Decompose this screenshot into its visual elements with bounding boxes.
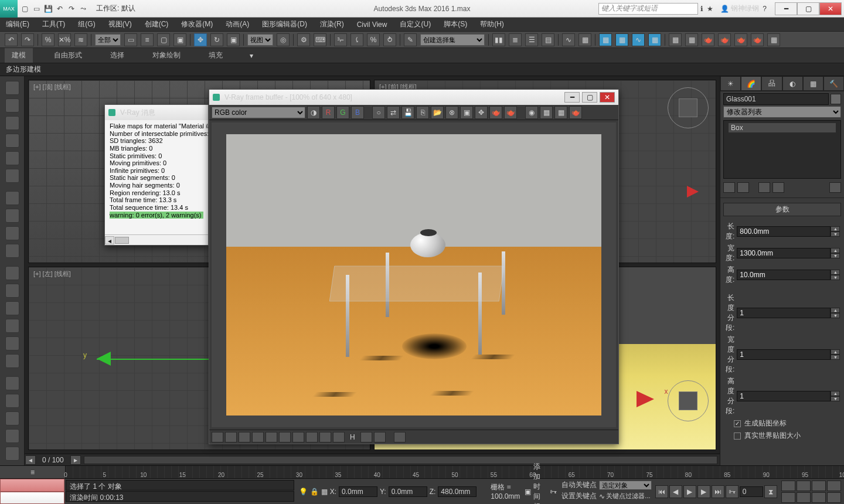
vray-messages-window[interactable]: V-Ray 消息 Flake maps for material "Materi… [104,104,209,246]
vfb-save-all-button[interactable]: ⎘ [416,106,429,119]
hierarchy-tab-icon[interactable]: 品 [761,76,782,91]
setkey-button[interactable]: 设置关键点 [561,491,598,501]
layers-button[interactable]: ☰ [525,33,538,46]
spinner-down[interactable]: ▼ [831,231,840,237]
cone-primitive-icon[interactable] [5,319,19,333]
z-input[interactable] [438,486,477,497]
manipulate-button[interactable]: ⚙ [297,33,310,46]
snap-3-button[interactable]: ³⌐ [334,33,347,46]
vfb-mono-button[interactable]: ○ [372,106,385,119]
subribbon-label[interactable]: 多边形建模 [6,64,41,74]
undo-button[interactable]: ↶ [5,33,18,46]
play-button[interactable]: ▶ [683,485,696,498]
edit-named-sel-button[interactable]: ✎ [404,33,417,46]
render-setup-button[interactable]: ▦ [669,33,682,46]
schematic-view-button[interactable]: ▦ [578,33,591,46]
vfb-channel-select[interactable]: RGB color [212,107,305,118]
camera-icon[interactable] [5,191,19,205]
vfb-sb9[interactable] [319,432,331,442]
render-iter-icon[interactable]: 🫖 [718,33,731,46]
vfb-save-button[interactable]: 💾 [401,106,414,119]
vfb-sb4[interactable] [252,432,264,442]
hsegs-input[interactable] [737,391,831,401]
gen-mapping-checkbox[interactable] [734,420,741,427]
vfb-lens-button[interactable]: ◉ [525,106,538,119]
rock-icon[interactable] [5,394,19,408]
vfb-clear-button[interactable]: ⊗ [445,106,458,119]
menu-view[interactable]: 视图(V) [108,19,132,29]
notepad-icon[interactable] [5,98,19,113]
vfb-load-button[interactable]: 📂 [431,106,444,119]
mat-explorer-button[interactable]: ▦ [615,33,628,46]
redo-icon[interactable]: ↷ [67,4,76,13]
track-ruler[interactable]: 0510152025303540455055606570758085909510… [66,466,844,478]
state-sets-button[interactable]: ▦ [648,33,661,46]
params-rollout-header[interactable]: 参数 [723,203,841,216]
zoom-extents-button[interactable] [812,481,826,491]
maxscript-mini-listener[interactable] [0,479,64,492]
modifier-stack[interactable]: Box [723,120,841,179]
vfb-sb8[interactable] [306,432,318,442]
user-label[interactable]: 👤钢神绿钢 [720,4,759,13]
grid-icon[interactable] [5,169,19,183]
select-object-button[interactable]: ▭ [124,33,137,46]
undo-icon[interactable]: ↶ [55,4,64,13]
select-region-button[interactable]: ▢ [157,33,170,46]
mirror-button[interactable]: ▮▮ [492,33,505,46]
vfb-sb3[interactable] [239,432,250,442]
spinner-snap-button[interactable]: ⥁ [383,33,396,46]
menu-render[interactable]: 渲染(R) [320,19,344,29]
open-icon[interactable]: ▭ [32,4,41,13]
vfb-sb7[interactable] [292,432,304,442]
vfb-canvas[interactable] [212,122,616,427]
menu-modifiers[interactable]: 修改器(M) [181,19,213,29]
vfb-close-button[interactable]: ✕ [600,92,615,103]
scene-explorer-button[interactable]: ▤ [542,33,554,46]
light-icon[interactable] [5,226,19,240]
viewport-left-label[interactable]: [+] [左] [线框] [33,270,71,278]
selection-filter-select[interactable]: 全部 [95,34,121,46]
angle-snap-button[interactable]: ⤹ [350,33,363,46]
create-tab-icon[interactable]: ☀ [720,76,741,91]
spinner-up[interactable]: ▲ [831,226,840,231]
teapot-primitive-icon[interactable] [5,301,19,315]
orbit-button[interactable] [812,492,826,503]
track-bar[interactable]: ≡ 05101520253035404550556065707580859095… [0,465,844,478]
modifier-stack-item[interactable]: Box [729,123,836,132]
align-button[interactable]: ≣ [509,33,522,46]
ribbon-expand-icon[interactable]: ▾ [250,52,253,60]
menu-graph-editors[interactable]: 图形编辑器(D) [262,19,307,29]
zoom-all-button[interactable] [797,481,811,491]
keyboard-shortcut-button[interactable]: ⌨ [314,33,326,46]
time-next-button[interactable]: ▸ [70,455,81,465]
time-slider[interactable]: ◂ 0 / 100 ▸ [25,454,720,465]
goto-end-button[interactable]: ⏭ [712,485,724,498]
zoom-button[interactable] [781,481,795,491]
pick-material-button[interactable]: ∿ [632,33,645,46]
reference-coord-select[interactable]: 视图 [247,34,273,46]
menu-create[interactable]: 创建(C) [145,19,169,29]
ribbon-tab-freeform[interactable]: 自由形式 [47,48,89,63]
vfb-region-button[interactable]: 🫖 [504,106,517,119]
motion-tab-icon[interactable]: ◐ [782,76,803,91]
ribbon-tab-modeling[interactable]: 建模 [5,48,33,63]
maximize-viewport-button[interactable] [827,492,841,503]
vray-messages-titlebar[interactable]: V-Ray 消息 [105,105,208,120]
autokey-button[interactable]: 自动关键点 [561,480,598,490]
snapshot-icon[interactable] [5,134,19,148]
vfb-render-button[interactable]: 🫖 [489,106,502,119]
key-mode-button[interactable]: 🗝 [726,485,738,498]
menu-animation[interactable]: 动画(A) [226,19,249,29]
vfb-cc-button[interactable]: ▦ [554,106,567,119]
type-in-icon[interactable]: ▦ [321,488,328,496]
length-input[interactable] [737,226,831,237]
object-color-swatch[interactable] [831,94,841,104]
menu-tools[interactable]: 工具(T) [42,19,65,29]
new-icon[interactable]: ▢ [20,4,29,13]
current-frame-input[interactable] [740,486,763,497]
time-prev-button[interactable]: ◂ [25,455,36,465]
named-selection-select[interactable]: 创建选择集 [420,34,485,46]
vfb-green-button[interactable]: G [336,106,349,119]
vfb-track-mouse-button[interactable]: ✥ [475,106,488,119]
real-world-checkbox[interactable] [734,433,741,440]
